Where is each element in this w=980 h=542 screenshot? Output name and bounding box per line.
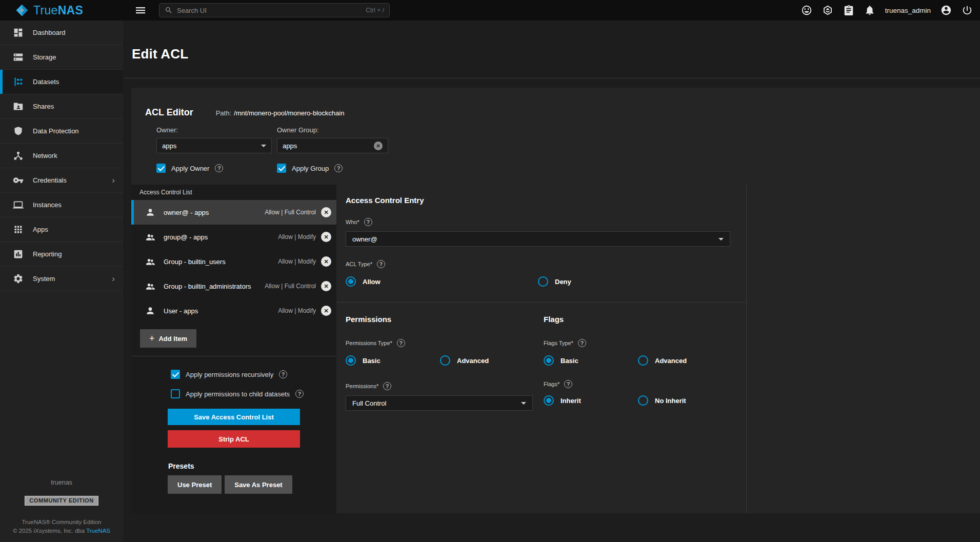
sidebar-item-system[interactable]: System› [0,267,123,291]
flags-no-inherit-option[interactable]: No Inherit [638,395,686,406]
alerts-bell-icon[interactable] [864,5,875,16]
acl-entry-row[interactable]: Group - builtin_administratorsAllow | Fu… [131,274,336,298]
who-select[interactable]: owner@ [346,231,730,247]
flags-type-advanced-option[interactable]: Advanced [638,355,687,366]
help-icon[interactable]: ? [377,260,385,268]
sidebar-item-label: Apps [33,226,48,233]
sidebar-item-network[interactable]: Network [0,144,123,168]
search-placeholder: Search UI [177,7,207,14]
power-icon[interactable] [962,5,973,16]
acl-type-deny-option[interactable]: Deny [538,276,571,287]
main-content: Edit ACL ACL Editor Path:/mnt/monero-poo… [123,21,980,542]
storage-icon [13,52,24,63]
help-icon[interactable]: ? [334,164,343,172]
owner-group-input[interactable]: apps ✕ [277,138,388,153]
permissions-label: Permissions* [346,383,378,389]
sidebar-item-label: Instances [33,201,62,209]
child-datasets-checkbox-row[interactable]: Apply permissions to child datasets ? [171,389,336,398]
use-preset-button[interactable]: Use Preset [168,475,222,494]
acl-list-panel: Access Control List owner@ - appsAllow |… [131,185,336,513]
radio-icon [440,355,450,366]
save-as-preset-button[interactable]: Save As Preset [225,475,292,494]
jobs-clipboard-icon[interactable] [843,5,854,16]
dashboard-icon [13,27,24,38]
remove-entry-icon[interactable]: ✕ [321,256,331,267]
card-filler [747,185,980,513]
apply-owner-checkbox[interactable] [156,164,166,173]
topbar: TrueNAS Search UI Ctrl + / truenas_admin [0,0,980,21]
shares-icon [13,101,24,112]
apply-group-checkbox[interactable] [277,164,286,173]
sidebar-item-data-protection[interactable]: Data Protection [0,119,123,144]
clear-icon[interactable]: ✕ [374,142,383,150]
acl-entry-permissions: Allow | Modify [278,233,316,240]
acl-entry-row[interactable]: group@ - appsAllow | Modify✕ [131,225,336,249]
apply-group-checkbox-row[interactable]: Apply Group ? [277,164,343,173]
acl-type-allow-option[interactable]: Allow [346,276,538,287]
sidebar-item-storage[interactable]: Storage [0,45,123,70]
sidebar-item-shares[interactable]: Shares [0,94,123,119]
flags-heading: Flags [544,315,746,324]
permissions-type-basic-option[interactable]: Basic [346,355,440,366]
plus-icon: + [149,334,155,343]
help-icon[interactable]: ? [564,380,572,388]
truenas-link[interactable]: TrueNAS [86,528,110,534]
username[interactable]: truenas_admin [885,7,931,14]
remove-entry-icon[interactable]: ✕ [321,306,331,316]
truecommand-layers-icon[interactable] [822,5,833,16]
acl-entry-permissions: Allow | Modify [278,258,316,265]
owner-select[interactable]: apps [156,138,272,153]
brand-prefix: True [33,4,58,17]
help-icon[interactable]: ? [279,370,287,378]
help-icon[interactable]: ? [364,218,372,226]
sidebar-item-dashboard[interactable]: Dashboard [0,21,123,45]
search-input[interactable]: Search UI Ctrl + / [159,3,390,17]
chevron-right-icon: › [112,176,115,185]
recursive-checkbox[interactable] [171,370,180,379]
help-icon[interactable]: ? [215,164,223,172]
sidebar-item-apps[interactable]: Apps [0,217,123,242]
help-icon[interactable]: ? [397,339,405,347]
truenas-logo-icon [15,4,29,17]
sidebar-item-reporting[interactable]: Reporting [0,242,123,267]
sidebar-nav: DashboardStorageDatasetsSharesData Prote… [0,21,123,291]
acl-entry-name: Group - builtin_administrators [164,283,251,290]
radio-icon [538,276,548,287]
flags-inherit-option[interactable]: Inherit [544,395,638,406]
help-icon[interactable]: ? [383,382,391,390]
strip-acl-button[interactable]: Strip ACL [168,430,300,448]
remove-entry-icon[interactable]: ✕ [321,207,331,217]
acl-editor-heading: ACL Editor [145,107,193,118]
acl-entry-name: group@ - apps [164,233,208,241]
sidebar-item-datasets[interactable]: Datasets [0,70,123,94]
child-datasets-checkbox[interactable] [171,389,180,398]
sidebar-item-credentials[interactable]: Credentials› [0,168,123,193]
feedback-smiley-icon[interactable] [801,5,812,16]
help-icon[interactable]: ? [295,390,304,398]
dataset-path: Path:/mnt/monero-pool/monero-blockchain [216,109,345,117]
person-icon [145,306,155,316]
flags-type-basic-option[interactable]: Basic [544,355,638,366]
acl-entry-row[interactable]: owner@ - appsAllow | Full Control✕ [131,200,336,225]
acl-editor-card: ACL Editor Path:/mnt/monero-pool/monero-… [131,88,980,513]
hamburger-menu-icon[interactable] [134,4,147,16]
gear-icon [13,273,24,284]
recursive-checkbox-row[interactable]: Apply permissions recursively ? [171,370,336,379]
help-icon[interactable]: ? [578,339,586,347]
permissions-select[interactable]: Full Control [346,395,533,411]
remove-entry-icon[interactable]: ✕ [321,232,331,242]
add-item-button[interactable]: + Add Item [140,329,196,348]
chevron-down-icon [718,238,724,240]
save-acl-button[interactable]: Save Access Control List [168,409,300,425]
user-avatar-icon[interactable] [941,5,952,16]
acl-entry-row[interactable]: Group - builtin_usersAllow | Modify✕ [131,249,336,274]
remove-entry-icon[interactable]: ✕ [321,281,331,291]
sidebar-item-instances[interactable]: Instances [0,193,123,217]
acl-entry-name: User - apps [164,307,198,315]
permissions-type-advanced-option[interactable]: Advanced [440,355,489,366]
shield-icon [13,126,24,136]
acl-entry-row[interactable]: User - appsAllow | Modify✕ [131,298,336,323]
truenas-logo[interactable]: TrueNAS [0,4,116,17]
apply-owner-checkbox-row[interactable]: Apply Owner ? [156,164,277,173]
acl-type-label: ACL Type* [346,261,372,267]
